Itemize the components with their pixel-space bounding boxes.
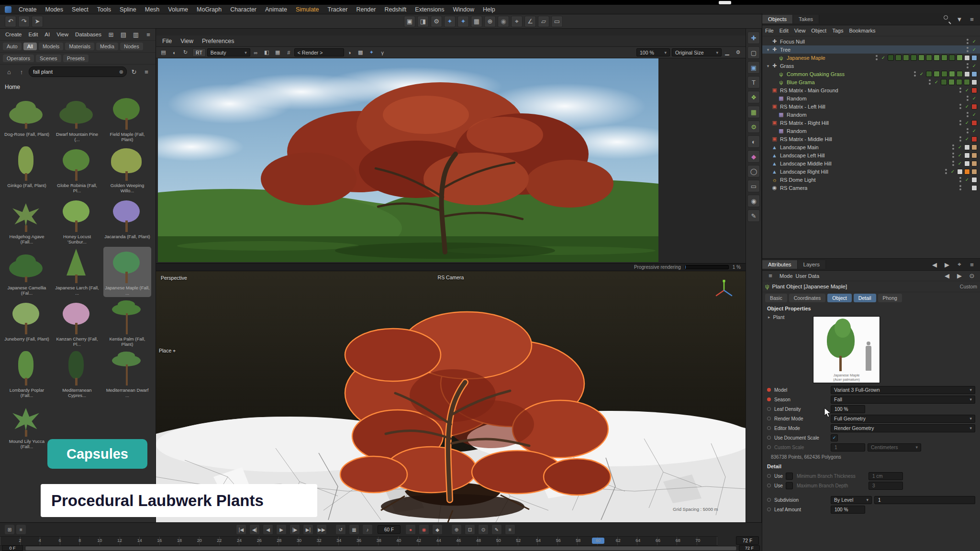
menu-extensions[interactable]: Extensions: [411, 6, 448, 13]
asset-kanzan-cherry-fall-pl[interactable]: Kanzan Cherry (Fall, Pl...: [53, 298, 101, 348]
object-row-rs-camera[interactable]: ◉RS Camera: [762, 184, 980, 192]
tab-auto[interactable]: Auto: [3, 43, 22, 50]
panel-menu-icon[interactable]: ≡: [967, 14, 977, 24]
tag-icon[interactable]: [971, 185, 977, 191]
menu-render[interactable]: Render: [352, 6, 380, 13]
menu-modes[interactable]: Modes: [41, 6, 68, 13]
menu-tags[interactable]: Tags: [829, 28, 846, 33]
undo-icon[interactable]: ↶: [5, 16, 16, 27]
expander-icon[interactable]: ▾: [765, 47, 771, 52]
search-options-icon[interactable]: ≡: [141, 66, 152, 77]
anim-dot-icon[interactable]: [767, 388, 771, 392]
menu-view[interactable]: View: [176, 38, 198, 44]
grid-view-icon[interactable]: ⊞: [106, 29, 116, 40]
visibility-dots-icon[interactable]: [945, 169, 947, 174]
forward-icon[interactable]: ▶: [942, 259, 952, 270]
menu-preferences[interactable]: Preferences: [198, 38, 238, 44]
object-row-landscape-middle-hill[interactable]: ▲Landscape Middle Hill✓: [762, 159, 980, 167]
search-icon[interactable]: [942, 14, 952, 24]
tab-operators[interactable]: Operators: [3, 55, 34, 62]
object-row-grass[interactable]: ▾✚Grass✓: [762, 62, 980, 70]
object-row-random[interactable]: ▦Random✓: [762, 127, 980, 135]
menu-view[interactable]: View: [791, 28, 809, 33]
menu-spline[interactable]: Spline: [115, 6, 141, 13]
shading-icon[interactable]: ◐: [170, 48, 179, 57]
enabled-check-icon[interactable]: ✓: [934, 79, 939, 85]
menu-ai[interactable]: AI: [41, 32, 53, 37]
visibility-dots-icon[interactable]: [967, 128, 969, 133]
asset-globe-robinia-fall-pl[interactable]: Globe Robinia (Fall, Pl...: [53, 144, 101, 195]
tab-attributes[interactable]: Attributes: [762, 260, 798, 269]
tab-layers[interactable]: Layers: [798, 260, 826, 269]
filter-icon[interactable]: ▼: [954, 14, 965, 24]
material-swatch[interactable]: [964, 79, 970, 85]
menu-character[interactable]: Character: [226, 6, 261, 13]
menu-volume[interactable]: Volume: [164, 6, 192, 13]
object-row-blue-grama[interactable]: ψBlue Grama✓: [762, 78, 980, 86]
menu-edit[interactable]: Edit: [777, 28, 791, 33]
tag-icon[interactable]: [971, 144, 977, 150]
record-parameter-icon[interactable]: ✎: [491, 524, 502, 535]
grid-icon[interactable]: ▦: [273, 48, 282, 57]
tab-object[interactable]: Object: [827, 294, 851, 302]
measure-icon[interactable]: ◐: [747, 135, 760, 148]
menu-animate[interactable]: Animate: [261, 6, 291, 13]
quantize-icon[interactable]: ∠: [524, 16, 536, 27]
marquee-select-icon[interactable]: ▢: [747, 46, 760, 59]
unit-dropdown[interactable]: Centimeters▾: [868, 443, 921, 452]
use-checkbox[interactable]: [786, 482, 793, 489]
material-swatch[interactable]: [926, 71, 932, 77]
prev-object-icon[interactable]: ◀: [942, 271, 952, 281]
size-dropdown[interactable]: Original Size▾: [672, 48, 722, 56]
object-row-tree[interactable]: ▾✚Tree✓: [762, 45, 980, 54]
prev-frame-icon[interactable]: ◀: [263, 524, 273, 535]
model-cube-icon[interactable]: ▣: [747, 61, 760, 74]
enabled-check-icon[interactable]: ✓: [971, 112, 977, 117]
tab-presets[interactable]: Presets: [63, 55, 89, 62]
object-row-rs-matrix-right-hill[interactable]: ▣RS Matrix - Right Hill✓: [762, 119, 980, 127]
detail-view-icon[interactable]: ▥: [131, 29, 141, 40]
axis-toggle-icon[interactable]: ⊕: [484, 16, 496, 27]
grid-view-icon[interactable]: ⊞: [5, 525, 14, 534]
render-settings-icon[interactable]: ⚙: [431, 16, 442, 27]
cloner-icon[interactable]: ❖: [747, 91, 760, 103]
keyframe-icon[interactable]: ◆: [432, 524, 443, 535]
tab-detail[interactable]: Detail: [854, 294, 876, 302]
attr-dropdown[interactable]: Full Geometry▾: [831, 415, 975, 423]
attr-field[interactable]: 1: [831, 443, 865, 452]
app-logo-icon[interactable]: [5, 6, 11, 13]
material-swatch[interactable]: [941, 71, 947, 77]
asset-dog-rose-fall-plant[interactable]: Dog-Rose (Fall, Plant): [3, 93, 51, 143]
menu-view[interactable]: View: [53, 32, 72, 37]
object-row-random[interactable]: ▦Random✓: [762, 110, 980, 119]
menu-file[interactable]: File: [158, 38, 176, 44]
camera-tool-icon[interactable]: ◉: [747, 195, 760, 207]
anim-dot-icon[interactable]: [767, 426, 771, 430]
user-data-label[interactable]: User Data: [796, 273, 820, 279]
material-swatch[interactable]: [926, 55, 932, 61]
display-mode-icon[interactable]: ▤: [159, 48, 168, 57]
visibility-dots-icon[interactable]: [967, 112, 969, 117]
asset-dwarf-mountain-pine[interactable]: Dwarf Mountain Pine (...: [53, 93, 101, 143]
asset-field-maple-fall-plant[interactable]: Field Maple (Fall, Plant): [103, 93, 151, 143]
anim-dot-icon[interactable]: [767, 397, 771, 401]
current-frame-field[interactable]: 60 F: [378, 525, 401, 534]
visibility-dots-icon[interactable]: [967, 47, 969, 52]
menu-redshift[interactable]: Redshift: [380, 6, 411, 13]
visibility-dots-icon[interactable]: [967, 63, 969, 68]
enabled-check-icon[interactable]: ✓: [971, 128, 977, 133]
visibility-dots-icon[interactable]: [914, 71, 916, 77]
anim-dot-icon[interactable]: [767, 445, 771, 449]
enabled-check-icon[interactable]: ✓: [964, 136, 970, 142]
enabled-check-icon[interactable]: ✓: [964, 177, 970, 182]
menu-window[interactable]: Window: [448, 6, 478, 13]
asset-japanese-larch-fall[interactable]: Japanese Larch (Fall, ...: [53, 247, 101, 297]
tag-icon[interactable]: [971, 104, 977, 110]
asset-honey-locust-sunbur[interactable]: Honey Locust 'Sunbur...: [53, 196, 101, 246]
next-object-icon[interactable]: ▶: [954, 271, 965, 281]
anim-dot-icon[interactable]: [767, 484, 771, 487]
pin-icon[interactable]: ⌖: [954, 259, 965, 270]
attr-checkbox[interactable]: ✓: [831, 434, 838, 441]
record-icon[interactable]: ●: [405, 524, 416, 535]
tab-media[interactable]: Media: [96, 43, 118, 50]
